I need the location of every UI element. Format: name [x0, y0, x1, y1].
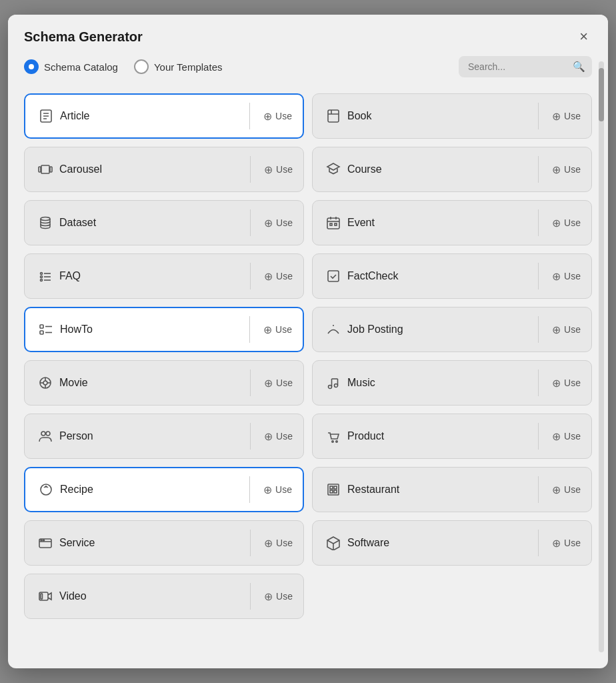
card-restaurant[interactable]: Restaurant⊕Use: [312, 467, 592, 512]
plus-icon: ⊕: [264, 377, 273, 390]
factcheck-divider: [538, 263, 539, 289]
svg-rect-17: [335, 223, 337, 225]
movie-icon: [25, 376, 57, 390]
carousel-icon: [25, 162, 57, 177]
video-label: Video: [57, 590, 247, 602]
plus-icon: ⊕: [264, 163, 273, 176]
card-software[interactable]: Software⊕Use: [312, 520, 592, 566]
svg-point-42: [46, 432, 50, 436]
music-use-button[interactable]: ⊕Use: [541, 377, 591, 390]
carousel-use-label: Use: [276, 164, 293, 175]
product-label: Product: [345, 430, 535, 442]
service-use-button[interactable]: ⊕Use: [253, 537, 303, 550]
svg-point-18: [41, 273, 43, 275]
modal-header: Schema Generator ×: [8, 15, 608, 56]
search-input[interactable]: [459, 56, 592, 77]
event-icon: [313, 215, 345, 230]
card-person[interactable]: Person⊕Use: [24, 414, 304, 459]
service-use-label: Use: [276, 538, 293, 548]
plus-icon: ⊕: [552, 270, 561, 283]
dataset-use-button[interactable]: ⊕Use: [253, 217, 303, 229]
recipe-use-button[interactable]: ⊕Use: [253, 484, 303, 496]
card-event[interactable]: Event⊕Use: [312, 200, 592, 245]
svg-rect-51: [334, 490, 337, 493]
svg-rect-49: [334, 486, 337, 489]
plus-icon: ⊕: [264, 430, 273, 443]
card-factcheck[interactable]: FactCheck⊕Use: [312, 253, 592, 299]
schema-catalog-radio-circle: [24, 59, 39, 74]
plus-icon: ⊕: [264, 590, 273, 603]
movie-label: Movie: [57, 377, 247, 389]
factcheck-use-button[interactable]: ⊕Use: [541, 270, 591, 283]
close-button[interactable]: ×: [575, 28, 592, 45]
card-recipe[interactable]: Recipe⊕Use: [24, 467, 304, 512]
your-templates-label: Your Templates: [154, 61, 223, 73]
person-divider: [250, 423, 251, 450]
svg-rect-16: [330, 223, 332, 225]
card-book[interactable]: Book⊕Use: [312, 93, 592, 139]
software-use-label: Use: [564, 538, 581, 548]
schema-generator-modal: Schema Generator × Schema Catalog Your T…: [8, 15, 608, 668]
svg-rect-24: [328, 271, 339, 281]
faq-use-button[interactable]: ⊕Use: [253, 270, 303, 283]
your-templates-radio[interactable]: Your Templates: [134, 59, 223, 74]
book-use-button[interactable]: ⊕Use: [541, 110, 591, 123]
factcheck-use-label: Use: [564, 271, 581, 281]
card-video[interactable]: Video⊕Use: [24, 574, 304, 619]
card-movie[interactable]: Movie⊕Use: [24, 360, 304, 406]
howto-icon: [25, 322, 57, 337]
schema-catalog-radio[interactable]: Schema Catalog: [24, 59, 118, 74]
plus-icon: ⊕: [552, 430, 561, 443]
card-dataset[interactable]: Dataset⊕Use: [24, 200, 304, 245]
service-divider: [250, 530, 251, 556]
dataset-use-label: Use: [276, 217, 293, 228]
schema-catalog-label: Schema Catalog: [44, 61, 118, 73]
scrollbar-track[interactable]: [599, 61, 604, 652]
video-use-button[interactable]: ⊕Use: [253, 590, 303, 603]
person-use-label: Use: [276, 431, 293, 442]
svg-point-55: [43, 540, 45, 541]
svg-line-57: [333, 540, 339, 544]
restaurant-use-label: Use: [564, 484, 581, 495]
scrollbar-thumb[interactable]: [599, 68, 604, 121]
product-use-button[interactable]: ⊕Use: [541, 430, 591, 443]
modal-title: Schema Generator: [24, 29, 143, 45]
recipe-divider: [249, 476, 250, 503]
card-article[interactable]: Article⊕Use: [24, 93, 304, 139]
carousel-use-button[interactable]: ⊕Use: [253, 163, 303, 176]
video-icon: [25, 589, 57, 604]
restaurant-divider: [538, 476, 539, 503]
howto-use-button[interactable]: ⊕Use: [253, 323, 303, 336]
card-faq[interactable]: FAQ⊕Use: [24, 253, 304, 299]
recipe-label: Recipe: [57, 484, 247, 496]
svg-rect-4: [328, 110, 339, 122]
event-use-label: Use: [564, 217, 581, 228]
card-jobposting[interactable]: Job Posting⊕Use: [312, 307, 592, 352]
software-use-button[interactable]: ⊕Use: [541, 537, 591, 550]
service-label: Service: [57, 537, 247, 549]
event-use-button[interactable]: ⊕Use: [541, 217, 591, 229]
svg-point-22: [41, 279, 43, 281]
restaurant-icon: [313, 482, 345, 497]
svg-rect-50: [330, 490, 333, 493]
jobposting-divider: [538, 316, 539, 343]
card-howto[interactable]: HowTo⊕Use: [24, 307, 304, 352]
svg-point-54: [41, 540, 42, 541]
jobposting-use-label: Use: [564, 324, 581, 335]
course-label: Course: [345, 163, 535, 175]
event-label: Event: [345, 217, 535, 229]
music-icon: [313, 376, 345, 390]
card-music[interactable]: Music⊕Use: [312, 360, 592, 406]
article-use-button[interactable]: ⊕Use: [253, 110, 303, 123]
jobposting-use-button[interactable]: ⊕Use: [541, 323, 591, 336]
course-use-button[interactable]: ⊕Use: [541, 163, 591, 176]
person-use-button[interactable]: ⊕Use: [253, 430, 303, 443]
movie-use-button[interactable]: ⊕Use: [253, 377, 303, 390]
card-service[interactable]: Service⊕Use: [24, 520, 304, 566]
software-label: Software: [345, 537, 535, 549]
restaurant-use-button[interactable]: ⊕Use: [541, 484, 591, 496]
software-divider: [538, 530, 539, 556]
card-course[interactable]: Course⊕Use: [312, 147, 592, 192]
card-product[interactable]: Product⊕Use: [312, 414, 592, 459]
card-carousel[interactable]: Carousel⊕Use: [24, 147, 304, 192]
